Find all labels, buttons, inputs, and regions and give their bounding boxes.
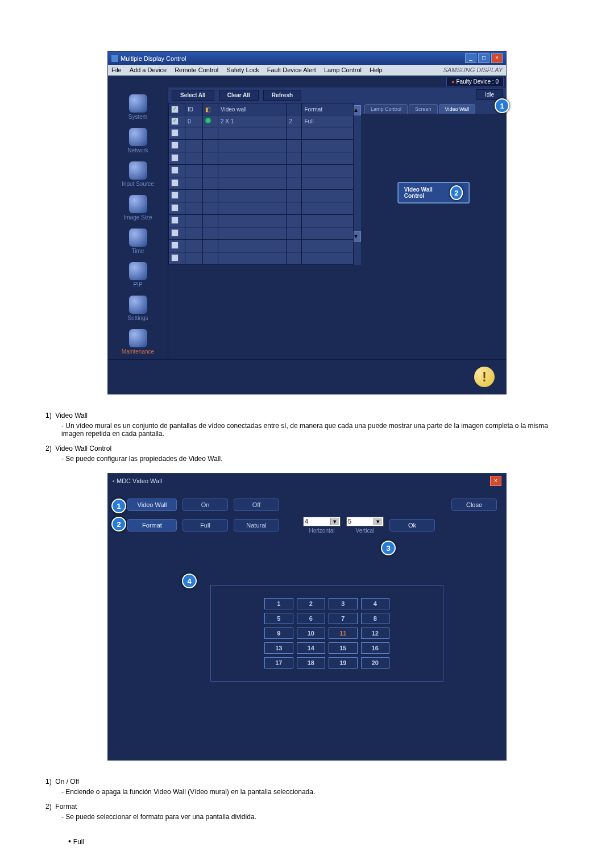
time-icon — [129, 229, 147, 247]
grid-cell[interactable]: 14 — [297, 642, 326, 654]
maximize-button[interactable]: □ — [478, 53, 489, 63]
pip-icon — [129, 262, 147, 280]
grid-cell[interactable]: 2 — [297, 598, 326, 609]
row-checkbox[interactable] — [171, 204, 179, 211]
item-title: Video Wall — [55, 412, 88, 420]
vertical-select[interactable]: 5▾ — [346, 517, 384, 526]
menu-add-device[interactable]: Add a Device — [130, 67, 167, 73]
grid-cell[interactable]: 9 — [264, 628, 293, 639]
close-button[interactable]: Close — [451, 499, 497, 511]
item-body: Se puede seleccionar el formato para ver… — [61, 813, 569, 821]
video-wall-control-button[interactable]: Video Wall Control 2 — [397, 182, 470, 203]
select-all-button[interactable]: Select All — [172, 90, 214, 101]
grid-cell[interactable]: 17 — [264, 657, 293, 668]
minimize-button[interactable]: _ — [465, 53, 476, 63]
refresh-button[interactable]: Refresh — [263, 90, 301, 101]
row-checkbox[interactable] — [171, 142, 179, 149]
item-body: Se puede configurar las propiedades de V… — [61, 455, 569, 463]
chevron-down-icon: ▾ — [374, 518, 382, 525]
menu-safety-lock[interactable]: Safety Lock — [226, 67, 259, 73]
grid-cell[interactable]: 16 — [361, 642, 390, 654]
tab-screen[interactable]: Screen — [409, 104, 438, 114]
power-on-icon — [205, 118, 211, 123]
off-button[interactable]: Off — [234, 499, 279, 511]
natural-button[interactable]: Natural — [234, 519, 279, 531]
callout-1-icon: 1 — [111, 499, 126, 513]
row-checkbox[interactable] — [171, 192, 179, 199]
system-icon — [129, 94, 147, 113]
horizontal-label: Horizontal — [309, 528, 334, 534]
dialog-close-button[interactable]: × — [490, 476, 501, 486]
alert-icon: ! — [474, 367, 495, 387]
clear-all-button[interactable]: Clear All — [219, 90, 259, 101]
scrollbar-down[interactable]: ▾ — [354, 231, 361, 242]
faulty-device-status: Faulty Device : 0 — [446, 77, 504, 86]
window-title: Multiple Display Control — [121, 55, 186, 62]
sidebar-item-network[interactable]: Network — [108, 124, 168, 158]
grid-cell[interactable]: 19 — [329, 657, 358, 668]
header-checkbox[interactable] — [171, 106, 179, 113]
chevron-down-icon: ▾ — [330, 518, 339, 525]
col-video-wall: Video wall — [218, 103, 287, 115]
grid-cell[interactable]: 20 — [361, 657, 390, 668]
row-checkbox[interactable] — [171, 229, 179, 236]
menu-remote-control[interactable]: Remote Control — [175, 67, 218, 73]
row-checkbox[interactable] — [171, 179, 179, 186]
item-body: Un vídeo mural es un conjunto de pantall… — [61, 422, 569, 438]
grid-cell[interactable]: 11 — [329, 628, 358, 639]
table-scrollbar[interactable]: ▴ ▾ — [354, 103, 361, 265]
row-checkbox[interactable] — [171, 154, 179, 161]
row-checkbox[interactable] — [171, 167, 179, 174]
power-header-icon: ◧ — [205, 106, 210, 113]
menu-fault-device-alert[interactable]: Fault Device Alert — [267, 67, 316, 73]
grid-cell[interactable]: 12 — [361, 628, 390, 639]
full-button[interactable]: Full — [182, 519, 228, 531]
grid-cell[interactable]: 13 — [264, 642, 293, 654]
callout-2-icon: 2 — [450, 185, 463, 200]
sidebar-item-input-source[interactable]: Input Source — [108, 158, 168, 192]
sidebar-item-pip[interactable]: PIP — [108, 259, 168, 292]
callout-1-icon: 1 — [495, 98, 509, 113]
right-panel: Idle Lamp Control Screen Video Wall 1 Vi… — [361, 88, 506, 359]
row-checkbox[interactable] — [171, 242, 179, 249]
callout-3-icon: 3 — [381, 541, 396, 555]
sidebar-item-settings[interactable]: Settings — [108, 292, 168, 326]
menu-help[interactable]: Help — [370, 67, 383, 73]
grid-cell[interactable]: 10 — [297, 628, 326, 639]
close-button[interactable]: × — [491, 53, 503, 63]
tab-lamp-control[interactable]: Lamp Control — [364, 104, 408, 114]
video-wall-label: Video Wall — [127, 499, 177, 511]
on-button[interactable]: On — [182, 499, 228, 511]
scrollbar-thumb[interactable]: ▴ — [354, 105, 361, 115]
row-checkbox[interactable] — [171, 118, 179, 125]
callout-2-icon: 2 — [111, 517, 126, 531]
grid-cell[interactable]: 8 — [361, 613, 390, 624]
network-icon — [129, 128, 147, 146]
ok-button[interactable]: Ok — [389, 519, 435, 531]
table-row[interactable]: 0 2 X 1 2 Full — [169, 115, 354, 127]
grid-cell[interactable]: 1 — [264, 598, 293, 609]
grid-cell[interactable]: 18 — [297, 657, 326, 668]
grid-cell[interactable]: 4 — [361, 598, 390, 609]
col-id: ID — [185, 103, 203, 115]
horizontal-select[interactable]: 4▾ — [303, 517, 341, 526]
grid-cell[interactable]: 6 — [297, 613, 326, 624]
item-title: Video Wall Control — [55, 445, 111, 452]
tab-video-wall[interactable]: Video Wall — [439, 104, 476, 114]
menu-file[interactable]: File — [111, 67, 122, 73]
grid-cell[interactable]: 3 — [329, 598, 358, 609]
maintenance-icon — [129, 329, 147, 347]
sidebar-item-image-size[interactable]: Image Size — [108, 192, 168, 225]
sidebar: System Network Input Source Image Size T… — [108, 88, 168, 359]
row-checkbox[interactable] — [171, 217, 179, 224]
row-checkbox[interactable] — [171, 254, 179, 261]
grid-cell[interactable]: 5 — [264, 613, 293, 624]
grid-cell[interactable]: 7 — [329, 613, 358, 624]
input-source-icon — [129, 161, 147, 180]
menu-lamp-control[interactable]: Lamp Control — [324, 67, 362, 73]
grid-cell[interactable]: 15 — [329, 642, 358, 654]
sidebar-item-system[interactable]: System — [108, 91, 168, 124]
sidebar-item-time[interactable]: Time — [108, 225, 168, 259]
sidebar-item-maintenance[interactable]: Maintenance — [108, 326, 168, 359]
row-checkbox[interactable] — [171, 129, 179, 136]
